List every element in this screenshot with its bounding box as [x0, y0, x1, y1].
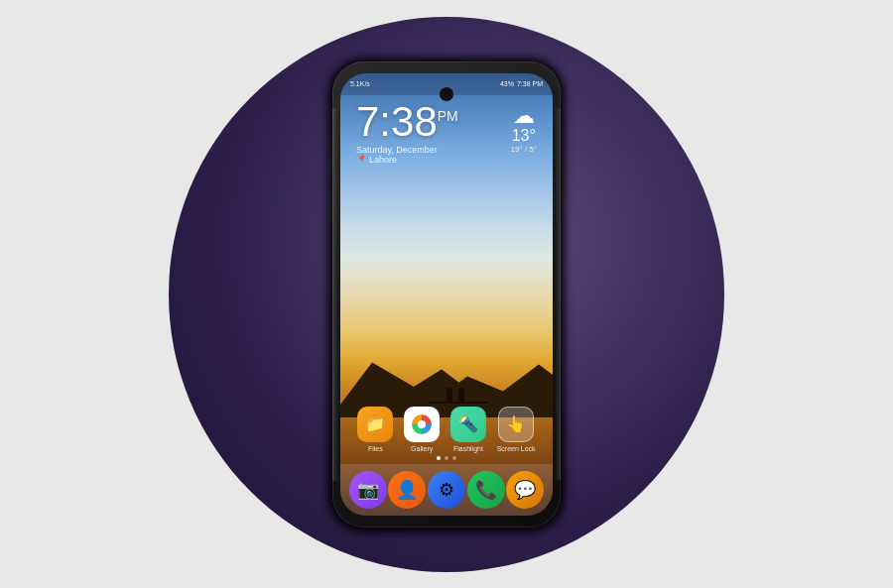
status-right-area: 43% 7:38 PM [500, 80, 543, 87]
weather-cloud-icon: ☁ [511, 105, 537, 127]
app-row: 📁 Files Gallery 🔦 [340, 407, 553, 452]
clock-time: 7:38PM [356, 101, 458, 143]
flashlight-icon[interactable]: 🔦 [450, 407, 486, 442]
dock-settings-button[interactable]: ⚙ [428, 471, 465, 509]
app-screenlock[interactable]: 👆 Screen Lock [497, 407, 536, 452]
bridge-line [429, 402, 488, 404]
power-button [561, 161, 564, 210]
screenlock-label: Screen Lock [497, 445, 536, 452]
files-icon[interactable]: 📁 [357, 407, 393, 442]
dot-3 [452, 456, 456, 460]
app-flashlight[interactable]: 🔦 Flashlight [450, 407, 486, 452]
phone-mockup: 5.1K/s 43% 7:38 PM 7:38PM Saturday, Dece… [332, 61, 561, 528]
status-speed: 5.1K/s [350, 80, 370, 87]
clock-location: 📍 Lahore [356, 155, 458, 165]
gallery-label: Gallery [411, 445, 433, 452]
clock-widget: 7:38PM Saturday, December 📍 Lahore [356, 101, 458, 165]
app-gallery[interactable]: Gallery [404, 407, 440, 452]
weather-range: 19° / 5° [511, 145, 537, 154]
scene: 5.1K/s 43% 7:38 PM 7:38PM Saturday, Dece… [0, 0, 893, 588]
weather-widget: ☁ 13° 19° / 5° [511, 105, 537, 154]
person1-silhouette [446, 388, 452, 402]
front-camera [440, 87, 453, 101]
dot-1 [437, 456, 441, 460]
files-label: Files [368, 445, 383, 452]
page-dots [340, 456, 553, 460]
app-files[interactable]: 📁 Files [357, 407, 393, 452]
phone-body: 5.1K/s 43% 7:38 PM 7:38PM Saturday, Dece… [332, 61, 561, 528]
screenlock-icon[interactable]: 👆 [498, 407, 534, 442]
dock-camera-button[interactable]: 📷 [349, 471, 387, 509]
location-pin-icon: 📍 [356, 155, 367, 165]
dock-contacts-button[interactable]: 👤 [388, 471, 426, 509]
flashlight-label: Flashlight [453, 445, 483, 452]
dock-messages-button[interactable]: 💬 [506, 471, 544, 509]
weather-temperature: 13° [511, 127, 537, 145]
person2-silhouette [458, 388, 464, 402]
time-display: 7:38 PM [517, 80, 543, 87]
phone-screen[interactable]: 5.1K/s 43% 7:38 PM 7:38PM Saturday, Dece… [340, 73, 553, 516]
gallery-icon[interactable] [404, 407, 440, 442]
dock-area: 📁 Files Gallery 🔦 [340, 407, 553, 466]
bottom-dock: 📷 👤 ⚙ 📞 💬 [340, 464, 553, 516]
dock-phone-button[interactable]: 📞 [467, 471, 505, 509]
clock-date: Saturday, December [356, 145, 458, 155]
dot-2 [445, 456, 448, 460]
battery-text: 43% [500, 80, 514, 87]
